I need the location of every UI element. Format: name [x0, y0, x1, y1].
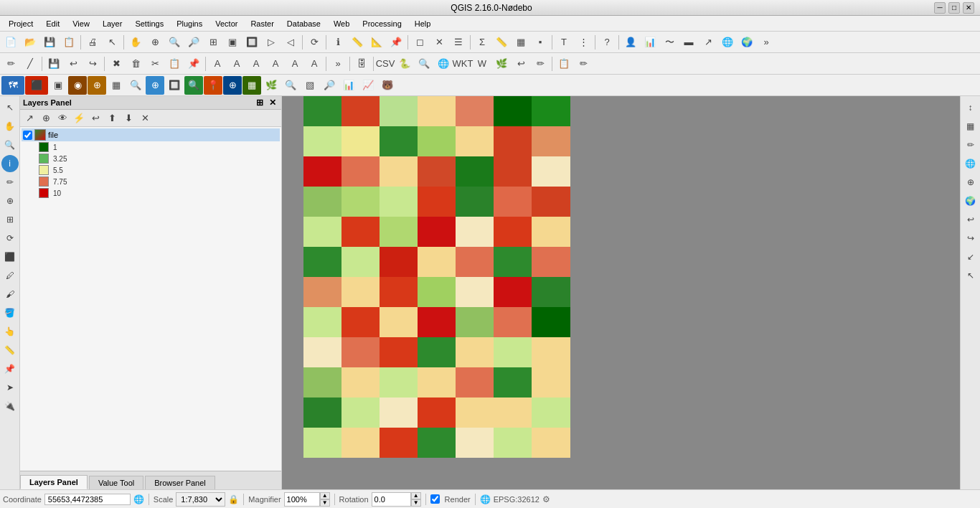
edit-line-btn[interactable]: ╱: [21, 55, 39, 73]
edit2-btn[interactable]: ✏: [531, 55, 550, 73]
text-btn[interactable]: T: [555, 33, 573, 52]
pt-btn10[interactable]: 🔍: [184, 76, 203, 95]
menu-view[interactable]: View: [67, 18, 95, 29]
grass-btn[interactable]: 🌿: [492, 55, 511, 73]
zoom-next-btn[interactable]: ▷: [262, 33, 281, 52]
right-btn3[interactable]: ✏: [962, 136, 979, 154]
right-btn4[interactable]: 🌐: [962, 155, 979, 172]
pt-btn19[interactable]: 📈: [359, 76, 377, 95]
globe2-btn[interactable]: 🌍: [738, 33, 756, 52]
pt-btn3[interactable]: ▣: [49, 76, 67, 95]
layers-tb-btn4[interactable]: ⚡: [71, 110, 87, 126]
menu-database[interactable]: Database: [281, 18, 326, 29]
stat2-btn[interactable]: 📊: [641, 33, 659, 52]
print-btn[interactable]: 🖨: [83, 33, 102, 52]
close-button[interactable]: ✕: [963, 2, 974, 14]
layers-tb-btn7[interactable]: ⬇: [121, 110, 136, 126]
tile2-btn[interactable]: ▪: [531, 33, 550, 52]
layer-file-item[interactable]: file: [22, 128, 280, 141]
pt-btn7[interactable]: 🔍: [126, 76, 145, 95]
maximize-button[interactable]: □: [948, 2, 960, 14]
settings-icon[interactable]: ⚙: [542, 494, 550, 504]
sidebar-pan-btn[interactable]: ✋: [1, 118, 19, 135]
identify-btn[interactable]: ℹ: [329, 33, 347, 52]
refresh-btn[interactable]: ⟳: [305, 33, 324, 52]
pt-btn15[interactable]: 🔍: [281, 76, 300, 95]
save-project-btn[interactable]: 💾: [40, 33, 59, 52]
tab-value-tool[interactable]: Value Tool: [89, 476, 143, 489]
pt-btn1[interactable]: 🗺: [1, 76, 24, 95]
more-btn[interactable]: »: [757, 33, 776, 52]
coord-input[interactable]: [44, 494, 131, 505]
zoom-in-btn[interactable]: 🔍: [165, 33, 184, 52]
menu-project[interactable]: Project: [3, 18, 39, 29]
tab-layers-panel[interactable]: Layers Panel: [20, 475, 88, 489]
pan-map-btn[interactable]: ⊕: [146, 33, 164, 52]
rotation-up[interactable]: ▲: [411, 492, 421, 499]
open-project-btn[interactable]: 📂: [21, 33, 39, 52]
right-btn2[interactable]: ▦: [962, 118, 979, 135]
sidebar-paint-btn[interactable]: 🖌: [1, 286, 19, 303]
select-feat-btn[interactable]: ◻: [410, 33, 429, 52]
digitize-btn[interactable]: ✖: [107, 55, 126, 73]
pt-btn17[interactable]: 🔎: [320, 76, 339, 95]
ruler-btn[interactable]: 📏: [492, 33, 511, 52]
sidebar-move-btn[interactable]: ⊞: [1, 211, 19, 228]
sidebar-draw-btn[interactable]: 🖊: [1, 267, 19, 284]
sidebar-scale-btn[interactable]: ⬛: [1, 248, 19, 265]
zoom-layer-btn[interactable]: ▣: [223, 33, 242, 52]
arrow-btn[interactable]: ↗: [699, 33, 717, 52]
attr-table-btn[interactable]: ☰: [449, 33, 468, 52]
measure-btn[interactable]: 📏: [348, 33, 367, 52]
pt-btn14[interactable]: 🌿: [262, 76, 281, 95]
zoom-full-btn[interactable]: ⊞: [204, 33, 222, 52]
more2-btn[interactable]: »: [329, 55, 347, 73]
menu-processing[interactable]: Processing: [357, 18, 407, 29]
layer-file-checkbox[interactable]: [23, 131, 32, 140]
dbg-btn[interactable]: 🔍: [415, 55, 433, 73]
lock-icon[interactable]: 🔒: [228, 494, 239, 504]
layers-tb-btn1[interactable]: ↗: [22, 110, 37, 126]
pt-btn18[interactable]: 📊: [339, 76, 358, 95]
right-btn7[interactable]: ↩: [962, 211, 979, 228]
new-project-btn[interactable]: 📄: [1, 33, 20, 52]
sidebar-fill-btn[interactable]: 🪣: [1, 304, 19, 321]
right-btn10[interactable]: ↖: [962, 267, 979, 284]
magnifier-down[interactable]: ▼: [320, 499, 330, 507]
sidebar-zoom-btn[interactable]: 🔍: [1, 136, 19, 154]
sidebar-plug-btn[interactable]: 🔌: [1, 398, 19, 415]
right-btn5[interactable]: ⊕: [962, 174, 979, 191]
compose-btn[interactable]: 📋: [555, 55, 573, 73]
menu-settings[interactable]: Settings: [129, 18, 169, 29]
undo-btn[interactable]: ↩: [64, 55, 83, 73]
right-btn1[interactable]: ↕: [962, 99, 979, 116]
zoom-prev-btn[interactable]: ◁: [281, 33, 300, 52]
magnifier-up[interactable]: ▲: [320, 492, 330, 499]
pt-btn13[interactable]: ▦: [242, 76, 261, 95]
csv-btn[interactable]: CSV: [376, 55, 395, 73]
tile-btn[interactable]: ▦: [512, 33, 530, 52]
label1-btn[interactable]: A: [208, 55, 227, 73]
measure2-btn[interactable]: 📐: [367, 33, 386, 52]
pt-btn4[interactable]: ◉: [68, 76, 87, 95]
label2-btn[interactable]: A: [227, 55, 246, 73]
deselect-btn[interactable]: ✕: [430, 33, 448, 52]
cut-btn[interactable]: ✂: [146, 55, 164, 73]
histo-btn[interactable]: ▬: [679, 33, 698, 52]
globe-btn[interactable]: 🌐: [718, 33, 737, 52]
layers-tb-btn3[interactable]: 👁: [55, 110, 70, 126]
label3-btn[interactable]: A: [247, 55, 265, 73]
menu-layer[interactable]: Layer: [97, 18, 128, 29]
rotation-input[interactable]: [372, 492, 411, 507]
save-as-btn[interactable]: 📋: [60, 33, 78, 52]
right-btn6[interactable]: 🌍: [962, 192, 979, 210]
label6-btn[interactable]: A: [305, 55, 324, 73]
rotation-down[interactable]: ▼: [411, 499, 421, 507]
layers-tb-btn2[interactable]: ⊕: [38, 110, 54, 126]
sidebar-pick-btn[interactable]: 👆: [1, 323, 19, 340]
pt-btn11[interactable]: 📍: [204, 76, 222, 95]
pt-btn16[interactable]: ▧: [301, 76, 319, 95]
wkt2-btn[interactable]: W: [473, 55, 491, 73]
sidebar-select-btn[interactable]: ↖: [1, 99, 19, 116]
layers-tb-btn5[interactable]: ↩: [88, 110, 103, 126]
